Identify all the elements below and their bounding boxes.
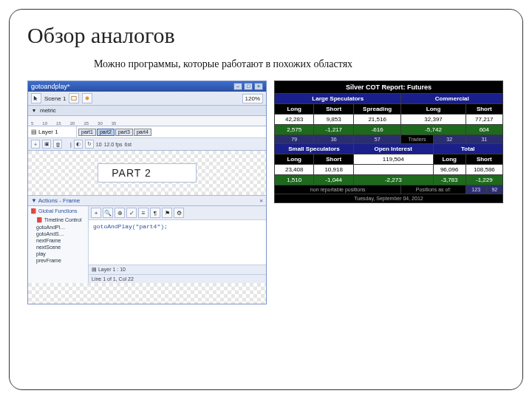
- pointer-icon[interactable]: [31, 93, 41, 103]
- timeline-parts[interactable]: part1 part2 part3 part4: [77, 126, 266, 137]
- oi-chg: -2,273: [353, 175, 433, 185]
- actions-title: Actions - Frame: [38, 197, 80, 204]
- stage-canvas[interactable]: PART 2: [28, 151, 266, 195]
- oi-value: 119,504: [353, 154, 433, 165]
- cot-title: Silver COT Report: Futures: [275, 81, 503, 94]
- small-short: 10,918: [314, 165, 353, 175]
- timeline-footer: + ▣ 🗑 | ◐ ↻ 10 12.0 fps 6st: [28, 138, 266, 151]
- part-segment[interactable]: part1: [78, 129, 96, 136]
- close-button[interactable]: ×: [254, 83, 263, 90]
- total-long-chg: -3,783: [433, 175, 466, 185]
- slide-title: Обзор аналогов: [27, 23, 505, 48]
- actions-toolbar: + 🔍 ⊕ ✓ ≡ ¶ ⚑ ⚙: [89, 206, 266, 220]
- trader-cell: 79: [275, 135, 314, 144]
- cursor-pos: Line 1 of 1, Col 22: [92, 276, 134, 282]
- part-segment-active[interactable]: part2: [97, 129, 115, 136]
- small-short-chg: -1,044: [314, 175, 353, 185]
- tree-node[interactable]: nextScene: [30, 244, 86, 250]
- section-small: Small Speculators: [275, 144, 354, 154]
- actions-main: + 🔍 ⊕ ✓ ≡ ¶ ⚑ ⚙ gotoAndPlay("part4");: [89, 206, 266, 283]
- trader-cell: 31: [466, 135, 502, 144]
- editor-tabbar: ▾ metric: [28, 106, 266, 116]
- minimize-button[interactable]: –: [233, 83, 242, 90]
- tree-node[interactable]: nextFrame: [30, 237, 86, 244]
- large-spread-chg: -616: [353, 125, 401, 135]
- tree-node[interactable]: prevFrame: [30, 257, 86, 264]
- asof-label: Positions as of:: [401, 185, 466, 194]
- tree-node[interactable]: gotoAndPl…: [30, 224, 86, 231]
- total-short: 108,586: [466, 165, 502, 175]
- cot-table: Silver COT Report: Futures Large Specula…: [274, 81, 503, 203]
- tree-root[interactable]: 📕 Global Functions: [30, 208, 86, 215]
- col-short: Short: [314, 104, 353, 115]
- scene-tab[interactable]: Scene 1: [44, 95, 66, 102]
- format-icon[interactable]: ≡: [138, 208, 149, 218]
- time-label: 6st: [125, 142, 132, 147]
- layer-row[interactable]: ▤ Layer 1 part1 part2 part3 part4: [28, 126, 266, 138]
- stage-bottom: [28, 283, 266, 304]
- ruler-mark: 35: [112, 121, 117, 126]
- editor-toolbar-1: Scene 1 120%: [28, 92, 266, 106]
- col-long: Long: [275, 104, 314, 115]
- scene-icon[interactable]: [69, 93, 79, 103]
- debug-icon[interactable]: ⚑: [162, 208, 172, 218]
- layer-name[interactable]: Layer 1: [38, 129, 58, 135]
- part-segment[interactable]: part4: [134, 129, 151, 136]
- nonreport-label: non reportable positions: [275, 185, 401, 194]
- check-icon[interactable]: ✓: [126, 208, 137, 218]
- editor-window-title: gotoandplay*: [31, 83, 70, 90]
- timeline-ruler: 5 10 15 20 25 30 35: [28, 116, 266, 126]
- large-long: 42,283: [275, 115, 314, 125]
- ruler-mark: 30: [98, 121, 103, 126]
- section-oi: Open Interest: [353, 144, 433, 154]
- code-editor[interactable]: gotoAndPlay("part4");: [89, 220, 266, 265]
- fps-label: 12.0 fps: [104, 142, 123, 147]
- asof-date: Tuesday, September 04, 2012: [275, 194, 503, 203]
- tree-node[interactable]: play: [30, 250, 86, 257]
- find-icon[interactable]: 🔍: [103, 208, 113, 218]
- loop-icon[interactable]: ↻: [85, 140, 94, 149]
- tree-node[interactable]: gotoAndS…: [30, 231, 86, 237]
- add-icon[interactable]: +: [91, 208, 101, 218]
- hint-icon[interactable]: ¶: [150, 208, 160, 218]
- section-comm: Commercial: [401, 94, 503, 104]
- oi-blank: [353, 165, 433, 175]
- trader-cell: 57: [353, 135, 401, 144]
- panel-close-icon[interactable]: ×: [259, 197, 263, 204]
- options-icon[interactable]: ⚙: [174, 208, 184, 218]
- comm-long: 32,397: [401, 115, 466, 125]
- target-icon[interactable]: ⊕: [115, 208, 125, 218]
- actions-tree[interactable]: 📕 Global Functions 📕 Timeline Control go…: [28, 206, 89, 283]
- add-folder-icon[interactable]: ▣: [42, 140, 51, 149]
- col-long: Long: [275, 154, 314, 165]
- layer-controls: ▤ Layer 1: [28, 126, 77, 137]
- metric-tab[interactable]: metric: [40, 107, 56, 114]
- comm-long-chg: -5,742: [401, 125, 466, 135]
- onion-icon[interactable]: ◐: [74, 140, 83, 149]
- add-layer-icon[interactable]: +: [31, 140, 40, 149]
- editor-window: gotoandplay* – □ × Scene 1 120% ▾ metric…: [27, 81, 267, 304]
- svg-rect-0: [72, 97, 76, 100]
- page-icon: ▤: [31, 129, 37, 135]
- frame-number: 10: [96, 142, 102, 147]
- code-layer-label: Layer 1 : 10: [98, 267, 126, 272]
- actions-footer: ▤ Layer 1 : 10: [89, 265, 266, 274]
- tree-group[interactable]: 📕 Timeline Control: [30, 216, 86, 224]
- zoom-field[interactable]: 120%: [242, 94, 263, 103]
- symbol-icon[interactable]: [82, 93, 92, 103]
- ruler-mark: 25: [83, 121, 89, 126]
- maximize-button[interactable]: □: [244, 83, 253, 90]
- small-long-chg: 1,510: [275, 175, 314, 185]
- nr-cell: 92: [486, 185, 502, 194]
- large-long-chg: 2,575: [275, 125, 314, 135]
- total-short-chg: -1,229: [466, 175, 502, 185]
- content-row: gotoandplay* – □ × Scene 1 120% ▾ metric…: [27, 81, 505, 304]
- chevron-down-icon[interactable]: ▾: [33, 107, 35, 114]
- slide-subtitle: Можно программы, которые работают в похо…: [94, 58, 505, 70]
- small-long: 23,408: [275, 165, 314, 175]
- actions-header: ▼ Actions - Frame ×: [28, 196, 266, 206]
- trash-icon[interactable]: 🗑: [53, 140, 62, 149]
- part-segment[interactable]: part3: [115, 129, 133, 136]
- ruler-mark: 20: [70, 121, 75, 126]
- large-spread: 21,516: [353, 115, 401, 125]
